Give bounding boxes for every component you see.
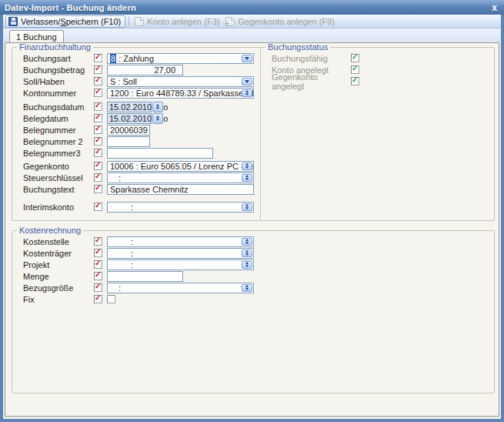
field-row-interimskonto: Interimskonto ✓ : — [23, 201, 254, 213]
save-exit-button[interactable]: Verlassen/Speichern (F10) — [5, 15, 125, 28]
group-title: Buchungsstatus — [265, 43, 330, 51]
create-gegenkonto-button[interactable]: + Gegenkonto anlegen (F9) — [223, 15, 338, 28]
field-label: Soll/Haben — [23, 77, 94, 86]
spin-updown-icon[interactable] — [152, 113, 163, 124]
field-label: Buchungsart — [23, 54, 94, 63]
enable-checkbox[interactable]: ✓ — [94, 295, 102, 303]
dropdown-arrow-icon[interactable] — [242, 78, 252, 85]
toolbar-separator — [129, 16, 129, 26]
enable-checkbox[interactable]: ✓ — [94, 203, 102, 211]
belegnummer-input[interactable]: 20006039 — [107, 125, 150, 136]
enable-checkbox[interactable]: ✓ — [94, 89, 102, 97]
spin-updown-icon[interactable] — [242, 89, 252, 97]
field-label: Bezugsgröße — [23, 283, 94, 293]
create-konto-label: Konto anlegen (F3) — [147, 17, 219, 26]
check-icon: ✓ — [95, 201, 101, 209]
belegnummer2-input[interactable] — [107, 136, 150, 147]
buchungsdatum-field[interactable]: 15.02.2010 /Mo — [107, 102, 163, 112]
buchungsbetrag-input[interactable]: 27,00 — [107, 65, 183, 75]
spin-updown-icon[interactable] — [242, 238, 252, 246]
enable-checkbox[interactable]: ✓ — [94, 272, 102, 280]
field-row-soll-haben: Soll/Haben ✓ S : Soll — [23, 75, 254, 87]
kostenstelle-spinner[interactable]: : — [107, 236, 254, 247]
enable-checkbox[interactable]: ✓ — [94, 173, 102, 182]
menge-input[interactable] — [107, 271, 183, 282]
fix-checkbox[interactable]: ✓ — [107, 295, 115, 303]
field-row-belegnummer3: Belegnummer3 ✓ — [23, 147, 254, 159]
enable-checkbox[interactable]: ✓ — [94, 162, 102, 170]
belegnummer3-input[interactable] — [107, 148, 213, 159]
app-window: Datev-Import - Buchung ändern x Verlasse… — [0, 0, 504, 422]
enable-checkbox[interactable]: ✓ — [94, 54, 102, 62]
group-kostenrechnung: Kostenrechnung Kostenstelle ✓ : Kostentr… — [12, 226, 495, 394]
spin-updown-icon[interactable] — [242, 284, 252, 292]
enable-checkbox[interactable]: ✓ — [94, 126, 102, 134]
spin-updown-icon[interactable] — [242, 174, 252, 182]
check-icon: ✓ — [95, 64, 101, 72]
close-icon[interactable]: x — [490, 3, 499, 12]
check-icon: ✓ — [95, 236, 101, 244]
status-row-buchungsfaehig: Buchungsfähig ✓ — [272, 52, 488, 64]
field-row-buchungsdatum: Buchungsdatum ✓ 15.02.2010 /Mo — [23, 101, 254, 112]
gegenkonto-spinner[interactable]: 10006 : Euro 5065.05 / Lorenz PC - Techn… — [107, 161, 254, 172]
field-label: Kostenstelle — [23, 237, 94, 246]
toolbar: Verlassen/Speichern (F10) Konto anlegen … — [3, 15, 501, 28]
check-icon: ✓ — [95, 87, 101, 95]
field-label: Belegnummer3 — [23, 149, 94, 158]
enable-checkbox[interactable]: ✓ — [94, 77, 102, 85]
window-title: Datev-Import - Buchung ändern — [5, 3, 136, 12]
enable-checkbox[interactable]: ✓ — [94, 237, 102, 246]
buchungstext-input[interactable]: Sparkasse Chemnitz — [107, 184, 254, 195]
status-checkbox: ✓ — [351, 77, 359, 85]
check-icon: ✓ — [95, 183, 101, 192]
enable-checkbox[interactable]: ✓ — [94, 137, 102, 146]
kontonummer-spinner[interactable]: 1200 : Euro 448789.33 / Sparkasse Chemni… — [107, 88, 254, 99]
check-icon: ✓ — [95, 101, 101, 109]
enable-checkbox[interactable]: ✓ — [94, 260, 102, 269]
enable-checkbox[interactable]: ✓ — [94, 185, 102, 193]
new-page-plus-icon: + — [225, 17, 235, 26]
kostentraeger-spinner[interactable]: : — [107, 248, 254, 259]
enable-checkbox[interactable]: ✓ — [94, 114, 102, 122]
field-label: Buchungsbetrag — [23, 65, 94, 75]
buchungsart-combobox[interactable]: 8 : Zahlung — [107, 53, 254, 64]
enable-checkbox[interactable]: ✓ — [94, 65, 102, 74]
field-label: Buchungstext — [23, 185, 94, 194]
spin-updown-icon[interactable] — [242, 203, 252, 211]
title-bar[interactable]: Datev-Import - Buchung ändern x — [0, 0, 504, 15]
spin-updown-icon[interactable] — [152, 102, 163, 112]
interimskonto-spinner[interactable]: : — [107, 202, 254, 213]
tab-label: 1 Buchung — [16, 32, 57, 42]
field-row-fix: Fix ✓ ✓ — [23, 293, 488, 305]
projekt-spinner[interactable]: : — [107, 260, 254, 270]
check-icon: ✓ — [95, 282, 101, 290]
field-row-kostentraeger: Kostenträger ✓ : — [23, 247, 488, 259]
field-label: Fix — [23, 295, 94, 304]
check-icon: ✓ — [95, 259, 101, 267]
tab-buchung[interactable]: 1 Buchung — [9, 30, 64, 42]
create-konto-button[interactable]: Konto anlegen (F3) — [132, 15, 223, 28]
check-icon: ✓ — [95, 172, 101, 180]
spin-updown-icon[interactable] — [242, 261, 252, 269]
soll-haben-combobox[interactable]: S : Soll — [107, 76, 254, 87]
field-row-menge: Menge ✓ — [23, 270, 488, 282]
field-label: Gegenkonto — [23, 162, 94, 171]
steuerschluessel-spinner[interactable]: : — [107, 172, 254, 183]
group-finanzbuchhaltung: Finanzbuchhaltung Buchungsart ✓ 8 : Zahl… — [12, 43, 261, 221]
field-row-bezugsgroesse: Bezugsgröße ✓ : — [23, 282, 488, 293]
bezugsgroesse-spinner[interactable]: : — [107, 283, 254, 293]
status-label: Gegenkonto angelegt — [272, 72, 351, 91]
dropdown-arrow-icon[interactable] — [242, 55, 252, 62]
check-icon: ✓ — [95, 293, 101, 302]
belegdatum-field[interactable]: 15.02.2010 /Mo — [107, 113, 163, 124]
enable-checkbox[interactable]: ✓ — [94, 283, 102, 292]
spin-updown-icon[interactable] — [242, 250, 252, 257]
spin-updown-icon[interactable] — [242, 162, 252, 170]
enable-checkbox[interactable]: ✓ — [94, 102, 102, 111]
field-row-buchungsbetrag: Buchungsbetrag ✓ 27,00 — [23, 64, 254, 75]
check-icon: ✓ — [352, 64, 358, 72]
new-page-icon — [135, 17, 144, 26]
enable-checkbox[interactable]: ✓ — [94, 249, 102, 257]
save-icon — [8, 17, 18, 26]
enable-checkbox[interactable]: ✓ — [94, 149, 102, 157]
